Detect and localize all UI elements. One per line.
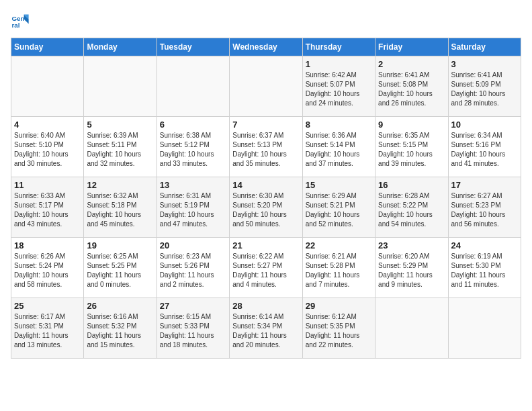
day-cell: 9Sunrise: 6:35 AM Sunset: 5:15 PM Daylig… xyxy=(375,117,448,177)
col-header-thursday: Thursday xyxy=(302,38,375,56)
day-info: Sunrise: 6:36 AM Sunset: 5:14 PM Dayligh… xyxy=(306,131,372,169)
day-cell xyxy=(375,298,448,359)
col-header-monday: Monday xyxy=(84,38,157,56)
day-number: 23 xyxy=(378,240,445,250)
day-cell: 5Sunrise: 6:39 AM Sunset: 5:11 PM Daylig… xyxy=(84,117,157,177)
day-info: Sunrise: 6:28 AM Sunset: 5:22 PM Dayligh… xyxy=(378,191,445,229)
day-info: Sunrise: 6:23 AM Sunset: 5:26 PM Dayligh… xyxy=(160,252,226,289)
day-number: 11 xyxy=(14,180,81,190)
day-number: 2 xyxy=(378,59,445,69)
day-number: 25 xyxy=(14,301,81,311)
day-cell: 8Sunrise: 6:36 AM Sunset: 5:14 PM Daylig… xyxy=(302,117,375,177)
day-number: 22 xyxy=(306,240,372,250)
day-cell xyxy=(84,56,157,117)
day-number: 12 xyxy=(87,180,153,190)
page-header: Gene ral xyxy=(11,11,521,30)
day-cell: 3Sunrise: 6:41 AM Sunset: 5:09 PM Daylig… xyxy=(448,56,521,117)
day-cell: 18Sunrise: 6:26 AM Sunset: 5:24 PM Dayli… xyxy=(11,238,84,298)
day-info: Sunrise: 6:30 AM Sunset: 5:20 PM Dayligh… xyxy=(232,191,299,229)
day-number: 26 xyxy=(87,301,153,311)
day-info: Sunrise: 6:25 AM Sunset: 5:25 PM Dayligh… xyxy=(87,252,153,289)
day-info: Sunrise: 6:42 AM Sunset: 5:07 PM Dayligh… xyxy=(306,71,372,108)
day-number: 3 xyxy=(451,59,518,69)
day-cell: 25Sunrise: 6:17 AM Sunset: 5:31 PM Dayli… xyxy=(11,298,84,359)
day-number: 21 xyxy=(232,240,299,250)
col-header-wednesday: Wednesday xyxy=(230,38,302,56)
day-number: 15 xyxy=(306,180,372,190)
week-row-1: 1Sunrise: 6:42 AM Sunset: 5:07 PM Daylig… xyxy=(11,56,521,117)
day-info: Sunrise: 6:32 AM Sunset: 5:18 PM Dayligh… xyxy=(87,191,153,229)
day-info: Sunrise: 6:35 AM Sunset: 5:15 PM Dayligh… xyxy=(378,131,445,169)
day-cell: 28Sunrise: 6:14 AM Sunset: 5:34 PM Dayli… xyxy=(230,298,302,359)
day-number: 10 xyxy=(451,120,518,130)
day-number: 17 xyxy=(451,180,518,190)
day-info: Sunrise: 6:37 AM Sunset: 5:13 PM Dayligh… xyxy=(232,131,299,169)
day-cell: 4Sunrise: 6:40 AM Sunset: 5:10 PM Daylig… xyxy=(11,117,84,177)
day-info: Sunrise: 6:14 AM Sunset: 5:34 PM Dayligh… xyxy=(232,312,299,350)
day-cell: 26Sunrise: 6:16 AM Sunset: 5:32 PM Dayli… xyxy=(84,298,157,359)
header-row: SundayMondayTuesdayWednesdayThursdayFrid… xyxy=(11,38,521,56)
day-cell: 11Sunrise: 6:33 AM Sunset: 5:17 PM Dayli… xyxy=(11,177,84,238)
day-number: 7 xyxy=(232,120,299,130)
day-number: 18 xyxy=(14,240,81,250)
day-info: Sunrise: 6:34 AM Sunset: 5:16 PM Dayligh… xyxy=(451,131,518,169)
week-row-4: 18Sunrise: 6:26 AM Sunset: 5:24 PM Dayli… xyxy=(11,238,521,298)
day-info: Sunrise: 6:38 AM Sunset: 5:12 PM Dayligh… xyxy=(160,131,226,169)
day-info: Sunrise: 6:21 AM Sunset: 5:28 PM Dayligh… xyxy=(306,252,372,289)
day-cell: 6Sunrise: 6:38 AM Sunset: 5:12 PM Daylig… xyxy=(157,117,229,177)
day-number: 29 xyxy=(306,301,372,311)
day-cell: 15Sunrise: 6:29 AM Sunset: 5:21 PM Dayli… xyxy=(302,177,375,238)
day-info: Sunrise: 6:16 AM Sunset: 5:32 PM Dayligh… xyxy=(87,312,153,350)
day-cell xyxy=(11,56,84,117)
col-header-tuesday: Tuesday xyxy=(157,38,229,56)
day-cell: 10Sunrise: 6:34 AM Sunset: 5:16 PM Dayli… xyxy=(448,117,521,177)
day-number: 9 xyxy=(378,120,445,130)
day-number: 5 xyxy=(87,120,153,130)
day-cell: 21Sunrise: 6:22 AM Sunset: 5:27 PM Dayli… xyxy=(230,238,302,298)
day-number: 13 xyxy=(160,180,226,190)
day-cell: 22Sunrise: 6:21 AM Sunset: 5:28 PM Dayli… xyxy=(302,238,375,298)
calendar-body: 1Sunrise: 6:42 AM Sunset: 5:07 PM Daylig… xyxy=(11,56,521,359)
day-info: Sunrise: 6:15 AM Sunset: 5:33 PM Dayligh… xyxy=(160,312,226,350)
day-cell xyxy=(448,298,521,359)
svg-text:ral: ral xyxy=(11,21,19,29)
day-cell: 29Sunrise: 6:12 AM Sunset: 5:35 PM Dayli… xyxy=(302,298,375,359)
day-number: 6 xyxy=(160,120,226,130)
day-cell: 16Sunrise: 6:28 AM Sunset: 5:22 PM Dayli… xyxy=(375,177,448,238)
day-number: 24 xyxy=(451,240,518,250)
day-cell xyxy=(230,56,302,117)
day-info: Sunrise: 6:39 AM Sunset: 5:11 PM Dayligh… xyxy=(87,131,153,169)
day-info: Sunrise: 6:22 AM Sunset: 5:27 PM Dayligh… xyxy=(232,252,299,289)
day-info: Sunrise: 6:26 AM Sunset: 5:24 PM Dayligh… xyxy=(14,252,81,289)
day-info: Sunrise: 6:19 AM Sunset: 5:30 PM Dayligh… xyxy=(451,252,518,289)
col-header-friday: Friday xyxy=(375,38,448,56)
week-row-5: 25Sunrise: 6:17 AM Sunset: 5:31 PM Dayli… xyxy=(11,298,521,359)
day-cell: 23Sunrise: 6:20 AM Sunset: 5:29 PM Dayli… xyxy=(375,238,448,298)
day-number: 8 xyxy=(306,120,372,130)
col-header-sunday: Sunday xyxy=(11,38,84,56)
day-number: 1 xyxy=(306,59,372,69)
day-cell: 27Sunrise: 6:15 AM Sunset: 5:33 PM Dayli… xyxy=(157,298,229,359)
day-number: 4 xyxy=(14,120,81,130)
day-cell: 17Sunrise: 6:27 AM Sunset: 5:23 PM Dayli… xyxy=(448,177,521,238)
day-info: Sunrise: 6:20 AM Sunset: 5:29 PM Dayligh… xyxy=(378,252,445,289)
day-cell: 7Sunrise: 6:37 AM Sunset: 5:13 PM Daylig… xyxy=(230,117,302,177)
day-info: Sunrise: 6:29 AM Sunset: 5:21 PM Dayligh… xyxy=(306,191,372,229)
day-info: Sunrise: 6:31 AM Sunset: 5:19 PM Dayligh… xyxy=(160,191,226,229)
day-info: Sunrise: 6:40 AM Sunset: 5:10 PM Dayligh… xyxy=(14,131,81,169)
day-cell xyxy=(157,56,229,117)
day-number: 20 xyxy=(160,240,226,250)
day-cell: 24Sunrise: 6:19 AM Sunset: 5:30 PM Dayli… xyxy=(448,238,521,298)
day-info: Sunrise: 6:17 AM Sunset: 5:31 PM Dayligh… xyxy=(14,312,81,350)
day-cell: 14Sunrise: 6:30 AM Sunset: 5:20 PM Dayli… xyxy=(230,177,302,238)
calendar-header: SundayMondayTuesdayWednesdayThursdayFrid… xyxy=(11,38,521,56)
day-cell: 2Sunrise: 6:41 AM Sunset: 5:08 PM Daylig… xyxy=(375,56,448,117)
day-cell: 1Sunrise: 6:42 AM Sunset: 5:07 PM Daylig… xyxy=(302,56,375,117)
day-info: Sunrise: 6:12 AM Sunset: 5:35 PM Dayligh… xyxy=(306,312,372,350)
day-number: 28 xyxy=(232,301,299,311)
week-row-2: 4Sunrise: 6:40 AM Sunset: 5:10 PM Daylig… xyxy=(11,117,521,177)
day-number: 27 xyxy=(160,301,226,311)
day-cell: 19Sunrise: 6:25 AM Sunset: 5:25 PM Dayli… xyxy=(84,238,157,298)
day-info: Sunrise: 6:41 AM Sunset: 5:09 PM Dayligh… xyxy=(451,71,518,108)
day-number: 16 xyxy=(378,180,445,190)
